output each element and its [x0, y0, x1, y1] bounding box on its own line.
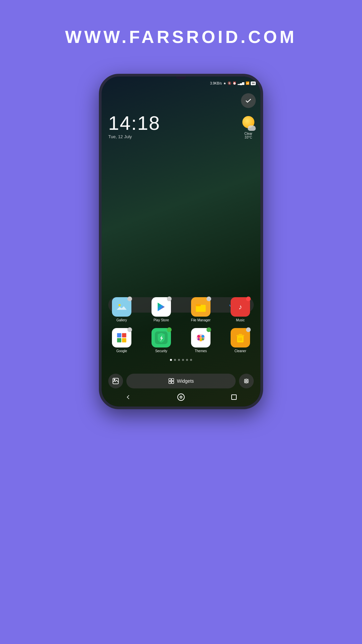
- cleaner-label: Cleaner: [234, 349, 246, 353]
- dot-1[interactable]: [170, 359, 172, 361]
- themes-icon: [191, 328, 210, 347]
- network-speed: 3.9KB/s: [210, 82, 222, 85]
- music-icon: ♪: [231, 297, 250, 317]
- dot-4[interactable]: [182, 359, 184, 361]
- app-filemanager[interactable]: File Manager: [187, 297, 214, 322]
- security-label: Security: [155, 349, 167, 353]
- app-google[interactable]: Google: [108, 328, 135, 353]
- svg-rect-16: [122, 333, 126, 337]
- svg-rect-31: [239, 334, 242, 335]
- filemanager-label: File Manager: [191, 318, 210, 322]
- google-badge: [127, 327, 132, 332]
- check-icon: [245, 97, 252, 104]
- filemanager-badge: [206, 297, 211, 301]
- app-row-1: Gallery: [108, 297, 254, 322]
- svg-rect-11: [196, 304, 201, 306]
- recent-apps-button[interactable]: [227, 390, 241, 404]
- status-bar-content: 3.9KB/s ★ 🔇 ⏰ ▂▄▆ 📶 98: [210, 82, 256, 85]
- weather-icon: [241, 116, 256, 131]
- svg-rect-37: [169, 379, 171, 381]
- svg-rect-6: [116, 301, 127, 313]
- app-gallery[interactable]: Gallery: [108, 297, 135, 322]
- svg-rect-38: [171, 379, 174, 381]
- widgets-icon: [168, 378, 174, 384]
- clock-widget: 14:18 Tue, 12 July: [108, 113, 160, 139]
- navigation-bar: [102, 390, 260, 405]
- svg-point-26: [198, 338, 200, 340]
- security-badge: [167, 327, 172, 332]
- weather-condition: Clear: [244, 132, 252, 136]
- dot-2[interactable]: [174, 359, 176, 361]
- google-icon: [112, 328, 131, 347]
- home-button[interactable]: [174, 390, 188, 404]
- wifi-icon: 📶: [246, 82, 249, 85]
- weather-temp: 33°C: [245, 136, 252, 139]
- music-badge: [246, 297, 251, 301]
- camera-notch: [176, 76, 186, 79]
- app-row-2: Google: [108, 328, 254, 353]
- svg-rect-40: [171, 381, 174, 384]
- home-icon: [177, 393, 185, 401]
- app-themes[interactable]: Themes: [187, 328, 214, 353]
- settings-icon: [243, 378, 250, 384]
- app-security[interactable]: Security: [148, 328, 175, 353]
- battery-icon: 98: [251, 82, 256, 85]
- settings-button[interactable]: [239, 374, 254, 388]
- svg-rect-15: [117, 333, 121, 337]
- dot-6[interactable]: [190, 359, 192, 361]
- status-bar: 3.9KB/s ★ 🔇 ⏰ ▂▄▆ 📶 98: [102, 79, 260, 87]
- playstore-badge: [167, 297, 172, 301]
- svg-rect-17: [117, 338, 121, 342]
- widgets-button[interactable]: Widgets: [126, 374, 236, 388]
- app-cleaner[interactable]: Cleaner: [227, 328, 254, 353]
- dot-5[interactable]: [186, 359, 188, 361]
- svg-point-27: [202, 338, 204, 340]
- playstore-icon: [152, 297, 171, 317]
- phone-mockup: 3.9KB/s ★ 🔇 ⏰ ▂▄▆ 📶 98: [99, 74, 263, 409]
- svg-point-23: [197, 335, 200, 338]
- bluetooth-icon: ★: [223, 82, 226, 85]
- themes-label: Themes: [195, 349, 207, 353]
- phone-frame: 3.9KB/s ★ 🔇 ⏰ ▂▄▆ 📶 98: [99, 74, 263, 409]
- phone-screen: 3.9KB/s ★ 🔇 ⏰ ▂▄▆ 📶 98: [102, 76, 260, 407]
- wallpaper-icon: [112, 378, 119, 384]
- signal-icon: ▂▄▆: [238, 82, 244, 85]
- gallery-label: Gallery: [116, 318, 127, 322]
- svg-text:♪: ♪: [239, 303, 242, 311]
- themes-badge: [206, 327, 211, 332]
- svg-point-42: [244, 379, 248, 383]
- filemanager-icon: [191, 297, 210, 317]
- app-music[interactable]: ♪ Music: [227, 297, 254, 322]
- svg-point-43: [246, 380, 247, 382]
- cleaner-badge: [246, 327, 251, 332]
- security-icon: [152, 328, 171, 347]
- music-label: Music: [236, 318, 245, 322]
- watermark: WWW.FARSROID.COM: [65, 27, 297, 47]
- clock-time: 14:18: [108, 113, 160, 133]
- wallpaper-button[interactable]: [108, 374, 123, 388]
- app-grid: Gallery: [108, 297, 254, 366]
- page-dots: [108, 359, 254, 361]
- svg-point-25: [199, 338, 202, 341]
- weather-widget[interactable]: Clear 33°C: [241, 116, 256, 139]
- svg-point-24: [201, 335, 204, 338]
- back-icon: [125, 394, 131, 400]
- alarm-icon: ⏰: [233, 82, 236, 85]
- svg-rect-18: [122, 338, 126, 342]
- check-button[interactable]: [241, 93, 256, 108]
- app-playstore[interactable]: Play Store: [148, 297, 175, 322]
- google-label: Google: [116, 349, 127, 353]
- playstore-label: Play Store: [154, 318, 169, 322]
- recent-apps-icon: [231, 394, 237, 400]
- gallery-badge: [127, 297, 132, 301]
- cleaner-icon: [231, 328, 250, 347]
- dot-3[interactable]: [178, 359, 180, 361]
- svg-point-36: [114, 379, 115, 380]
- bottom-toolbar: Widgets: [102, 374, 260, 388]
- svg-rect-39: [169, 381, 171, 384]
- back-button[interactable]: [121, 390, 135, 404]
- gallery-icon: [112, 297, 131, 317]
- clock-date: Tue, 12 July: [108, 134, 160, 139]
- widgets-label: Widgets: [177, 378, 194, 384]
- svg-point-7: [119, 304, 121, 306]
